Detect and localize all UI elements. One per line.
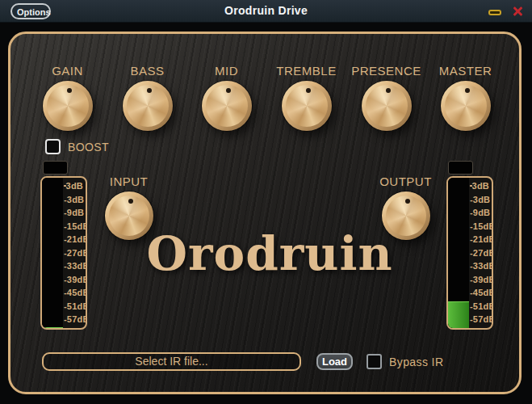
knob-indicator: [67, 88, 72, 93]
bypass-ir-toggle[interactable]: Bypass IR: [367, 354, 443, 369]
db-label: -45dB: [64, 288, 87, 297]
input-meter-fill: [42, 327, 63, 328]
bass-knob-unit: BASS: [107, 64, 187, 134]
window-title: Orodruin Drive: [0, 4, 532, 17]
master-knob[interactable]: [441, 81, 491, 131]
db-label: -9dB: [64, 208, 84, 217]
master-label: MASTER: [425, 64, 505, 78]
gain-label: GAIN: [27, 64, 107, 78]
knob-indicator: [386, 88, 391, 93]
gain-knob-unit: GAIN: [27, 64, 107, 134]
presence-knob-unit: PRESENCE: [346, 64, 426, 134]
input-clip-indicator: [43, 161, 68, 175]
bypass-ir-label: Bypass IR: [389, 356, 443, 368]
mid-knob-unit: MID: [186, 64, 266, 134]
db-label: -51dB: [470, 301, 493, 311]
knob-indicator: [226, 88, 231, 93]
mid-label: MID: [186, 64, 266, 78]
db-label: -57dB: [64, 314, 87, 324]
tremble-knob[interactable]: [282, 81, 332, 131]
close-icon[interactable]: [512, 6, 523, 17]
knob-indicator: [128, 199, 133, 204]
gain-knob[interactable]: [43, 81, 93, 131]
presence-label: PRESENCE: [346, 64, 426, 78]
db-label: 3dB: [66, 181, 83, 191]
output-clip-indicator: [448, 161, 473, 175]
boost-toggle[interactable]: BOOST: [45, 139, 109, 154]
presence-knob[interactable]: [362, 81, 412, 131]
db-label: -51dB: [64, 301, 87, 311]
tremble-knob-unit: TREMBLE: [266, 64, 346, 134]
db-label: -57dB: [470, 314, 493, 324]
db-label: -3dB: [470, 195, 490, 204]
db-label: -3dB: [64, 195, 84, 204]
output-meter-fill: [448, 301, 469, 328]
knob-indicator: [306, 88, 311, 93]
minimize-icon[interactable]: [488, 10, 501, 15]
bass-label: BASS: [107, 64, 187, 78]
boost-checkbox[interactable]: [45, 139, 61, 154]
boost-label: BOOST: [68, 141, 109, 154]
bypass-ir-checkbox[interactable]: [367, 354, 382, 369]
amp-panel: GAIN BASS MID TREMBLE PRESENCE MASTER BO…: [8, 32, 522, 394]
ir-file-field[interactable]: Select IR file...: [42, 352, 301, 371]
knob-indicator: [465, 88, 470, 93]
knob-indicator: [147, 88, 152, 93]
tremble-label: TREMBLE: [266, 64, 346, 78]
plugin-logo: Orodruin: [20, 226, 519, 281]
master-knob-unit: MASTER: [425, 64, 505, 134]
mid-knob[interactable]: [202, 81, 252, 131]
db-label: 3dB: [472, 181, 489, 191]
titlebar: Options Orodruin Drive: [0, 0, 532, 23]
output-label: OUTPUT: [366, 175, 446, 188]
bass-knob[interactable]: [123, 81, 173, 131]
plugin-window: Options Orodruin Drive GAIN BASS MID TRE…: [0, 0, 532, 404]
input-label: INPUT: [89, 175, 169, 188]
load-button[interactable]: Load: [316, 353, 353, 370]
db-label: -45dB: [470, 288, 493, 297]
db-label: -9dB: [470, 208, 490, 217]
knob-indicator: [405, 199, 410, 204]
